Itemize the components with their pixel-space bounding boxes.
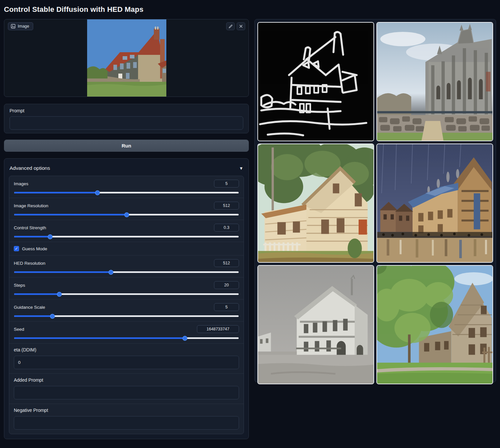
steps-value-input[interactable] xyxy=(214,281,239,289)
eta-label: eta (DDIM) xyxy=(14,347,239,352)
images-value-input[interactable] xyxy=(214,180,239,188)
gallery-item-hed-map[interactable] xyxy=(257,22,374,141)
image-resolution-label: Image Resolution xyxy=(14,203,48,208)
image-icon xyxy=(11,24,15,29)
steps-slider-handle[interactable] xyxy=(57,292,62,297)
images-label: Images xyxy=(14,181,28,186)
hed-resolution-slider-handle[interactable] xyxy=(108,270,113,275)
negative-prompt-input[interactable] xyxy=(14,416,239,430)
control-strength-slider[interactable] xyxy=(14,236,239,237)
chevron-down-icon: ▼ xyxy=(239,166,243,171)
control-strength-slider-handle[interactable] xyxy=(48,234,53,239)
eta-input[interactable] xyxy=(14,356,239,369)
negative-prompt-row: Negative Prompt xyxy=(9,404,244,434)
seed-value-input[interactable] xyxy=(197,325,239,333)
slider-row-hed-resolution: HED Resolution xyxy=(9,255,244,277)
slider-row-image-resolution: Image Resolution xyxy=(9,198,244,220)
uploaded-house-photo xyxy=(87,19,166,97)
image-label-chip: Image xyxy=(8,22,33,30)
slider-row-seed: Seed xyxy=(9,321,244,343)
image-resolution-slider[interactable] xyxy=(14,214,239,215)
control-strength-value-input[interactable] xyxy=(214,224,239,232)
gallery-item-grayscale-building[interactable] xyxy=(257,265,374,384)
image-actions xyxy=(226,22,245,30)
check-icon: ✓ xyxy=(15,246,18,251)
slider-row-control-strength: Control Strength xyxy=(9,220,244,242)
guess-mode-row: ✓ Guess Mode xyxy=(9,242,244,255)
run-button[interactable]: Run xyxy=(4,140,249,152)
added-prompt-row: Added Prompt xyxy=(9,373,244,404)
advanced-options-form: Images Image Resolution xyxy=(9,176,244,434)
close-icon[interactable] xyxy=(237,22,245,30)
steps-slider[interactable] xyxy=(14,293,239,295)
images-slider[interactable] xyxy=(14,192,239,193)
slider-row-images: Images xyxy=(9,176,244,198)
advanced-options-title: Advanced options xyxy=(10,165,50,171)
hed-resolution-label: HED Resolution xyxy=(14,261,45,266)
guidance-scale-value-input[interactable] xyxy=(214,303,239,311)
guidance-scale-label: Guidance Scale xyxy=(14,305,45,310)
gallery-item-house-with-trees[interactable] xyxy=(376,265,493,384)
pencil-icon[interactable] xyxy=(226,22,235,30)
gallery-item-rainy-painting[interactable] xyxy=(376,144,493,263)
negative-prompt-label: Negative Prompt xyxy=(14,408,239,413)
image-resolution-slider-handle[interactable] xyxy=(124,212,129,217)
main-columns: Image xyxy=(4,19,496,439)
result-gallery xyxy=(254,19,496,382)
gallery-item-wooden-cottage[interactable] xyxy=(257,144,374,263)
image-resolution-value-input[interactable] xyxy=(214,202,239,210)
hed-resolution-slider[interactable] xyxy=(14,271,239,273)
seed-slider-handle[interactable] xyxy=(182,336,187,341)
guess-mode-checkbox[interactable]: ✓ xyxy=(14,246,19,251)
slider-row-guidance-scale: Guidance Scale xyxy=(9,299,244,321)
guess-mode-label: Guess Mode xyxy=(22,246,47,251)
prompt-block: Prompt xyxy=(4,104,249,133)
control-strength-label: Control Strength xyxy=(14,225,46,230)
advanced-options-header[interactable]: Advanced options ▼ xyxy=(9,163,244,176)
guidance-scale-slider-handle[interactable] xyxy=(50,314,55,319)
slider-row-steps: Steps xyxy=(9,277,244,299)
added-prompt-input[interactable] xyxy=(14,386,239,399)
advanced-options-panel: Advanced options ▼ Images xyxy=(4,158,249,439)
hed-resolution-value-input[interactable] xyxy=(214,259,239,267)
seed-slider[interactable] xyxy=(14,337,239,339)
image-label: Image xyxy=(18,24,29,29)
page-title: Control Stable Diffusion with HED Maps xyxy=(4,5,496,14)
left-column: Image xyxy=(4,19,249,439)
added-prompt-label: Added Prompt xyxy=(14,377,239,383)
prompt-input[interactable] xyxy=(10,116,243,130)
steps-label: Steps xyxy=(14,283,25,288)
gallery-item-cathedral[interactable] xyxy=(376,22,493,141)
app-root: Control Stable Diffusion with HED Maps I… xyxy=(0,0,500,442)
eta-row: eta (DDIM) xyxy=(9,343,244,373)
images-slider-handle[interactable] xyxy=(95,190,100,195)
guidance-scale-slider[interactable] xyxy=(14,315,239,317)
seed-label: Seed xyxy=(14,327,24,332)
prompt-label: Prompt xyxy=(10,108,243,113)
image-input[interactable]: Image xyxy=(4,19,249,97)
